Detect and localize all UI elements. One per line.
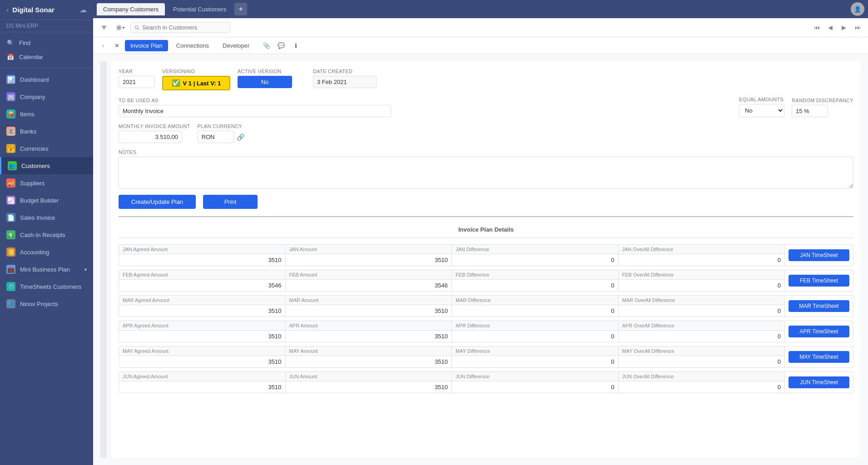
sidebar-item-dashboard[interactable]: 📊 Dashboard (0, 71, 93, 88)
year-label: Year (119, 69, 155, 74)
jan-timesheet-button[interactable]: JAN TimeSheet (789, 249, 849, 261)
settings-icon[interactable]: ▾ (114, 21, 127, 34)
version-badge[interactable]: ✅ V 1 | Last V: 1 (162, 76, 230, 90)
sidebar-nav: 📊 Dashboard 🏢 Company 📦 Items 🏦 Banks 💰 … (0, 68, 93, 465)
jun-diff-value: 0 (452, 381, 618, 393)
feb-row: FEB Agreed Amount 3546 FEB Amount 3546 F… (119, 270, 853, 292)
currency-link-icon[interactable]: 🔗 (237, 134, 244, 141)
print-button[interactable]: Print (203, 195, 258, 209)
find-icon: 🔍 (6, 40, 15, 46)
feb-diff-cell: FEB Difference 0 (452, 270, 619, 291)
search-icon (134, 25, 139, 30)
jun-agreed-value: 3510 (119, 381, 285, 393)
versioning-group: Versioning ✅ V 1 | Last V: 1 (162, 69, 230, 90)
feb-timesheet-button[interactable]: FEB TimeSheet (789, 275, 849, 287)
info-icon[interactable]: ℹ (289, 39, 302, 52)
may-timesheet-button[interactable]: MAY TimeSheet (789, 351, 849, 363)
sidebar-item-cashin[interactable]: 💵 Cash-In Receipts (0, 226, 93, 243)
sidebar-item-timesheets[interactable]: ⏱ TimeSheets Customers (0, 278, 93, 295)
minibiz-chevron-icon: ▾ (84, 267, 87, 272)
mar-timesheet-button[interactable]: MAR TimeSheet (789, 300, 849, 312)
left-sidebar-handle[interactable] (100, 61, 107, 458)
nav-last-icon[interactable]: ⏭ (852, 22, 863, 34)
monthly-amount-input[interactable] (119, 131, 182, 143)
tab-invoice-plan[interactable]: Invoice Plan (125, 40, 168, 51)
sidebar-item-budget[interactable]: 📈 Budget Builder (0, 192, 93, 209)
search-input[interactable] (142, 24, 226, 31)
apr-overall-value: 0 (619, 331, 785, 342)
apr-agreed-cell: APR Agreed Amount 3510 (119, 321, 286, 342)
sidebar-item-customers-label: Customers (21, 163, 50, 169)
apr-diff-label: APR Difference (452, 321, 618, 331)
sidebar-erp-label: DS Mini ERP (0, 20, 93, 32)
may-agreed-cell: MAY Agreed Amount 3510 (119, 346, 286, 367)
nav-first-icon[interactable]: ⏮ (811, 22, 823, 34)
sidebar-item-items[interactable]: 📦 Items (0, 105, 93, 123)
plan-currency-input[interactable] (198, 131, 234, 143)
ninox-icon: 🔷 (6, 299, 15, 308)
nav-next-icon[interactable]: ▶ (838, 22, 850, 34)
sidebar-item-banks-label: Banks (20, 128, 36, 135)
settings-dropdown-icon: ▾ (123, 25, 125, 30)
sidebar-item-ninox[interactable]: 🔷 Ninox Projects (0, 295, 93, 312)
tab-potential-customers[interactable]: Potential Customers (167, 3, 233, 15)
may-amount-cell: MAY Amount 3510 (286, 346, 452, 367)
comment-icon[interactable]: 💬 (275, 39, 288, 52)
salesinv-icon: 📄 (6, 213, 15, 222)
nav-prev-icon[interactable]: ◀ (824, 22, 836, 34)
equal-amounts-select[interactable]: No Yes (739, 104, 784, 117)
sidebar-item-find[interactable]: 🔍 Find (0, 36, 93, 50)
tabs-bar-right: 👤 (851, 2, 864, 16)
sidebar-item-customers[interactable]: 👥 Customers (0, 157, 93, 174)
close-panel-button[interactable]: ✕ (111, 40, 122, 51)
back-arrow-icon[interactable]: ‹ (6, 6, 9, 14)
sidebar-item-banks[interactable]: 🏦 Banks (0, 123, 93, 140)
may-overall-cell: MAY OverAll Difference 0 (619, 346, 785, 367)
may-timesheet-cell: MAY TimeSheet (785, 346, 853, 367)
active-version-button[interactable]: No (238, 76, 292, 88)
sidebar-item-minibiz[interactable]: 💼 Mini Business Plan ▾ (0, 261, 93, 278)
date-created-group: Date Created (313, 69, 377, 88)
svg-point-3 (118, 26, 120, 29)
feb-overall-value: 0 (619, 280, 785, 291)
mar-amount-cell: MAR Amount 3510 (286, 296, 452, 317)
tab-connections[interactable]: Connections (171, 40, 214, 51)
currencies-icon: 💰 (6, 144, 15, 153)
apr-timesheet-button[interactable]: APR TimeSheet (789, 326, 849, 337)
months-container: JAN Agreed Amount 3510 JAN Amount 3510 J… (119, 244, 853, 393)
random-discrepancy-input[interactable] (792, 105, 828, 117)
equal-amounts-label: Equal Amounts (739, 97, 784, 102)
year-input[interactable] (119, 76, 155, 88)
apr-agreed-value: 3510 (119, 331, 285, 342)
create-update-plan-button[interactable]: Create/Update Plan (119, 195, 196, 209)
sidebar-header: ‹ Digital Sonar ☁ (0, 0, 93, 20)
cashin-icon: 💵 (6, 230, 15, 239)
tab-developer[interactable]: Developer (217, 40, 255, 51)
to-be-used-input[interactable] (119, 105, 391, 117)
sidebar-item-company[interactable]: 🏢 Company (0, 88, 93, 105)
jun-timesheet-button[interactable]: JUN TimeSheet (789, 376, 849, 388)
mar-overall-cell: MAR OverAll Difference 0 (619, 296, 785, 317)
filter-icon[interactable] (98, 21, 110, 34)
attach-icon[interactable]: 📎 (260, 39, 273, 52)
mar-row: MAR Agreed Amount 3510 MAR Amount 3510 M… (119, 295, 853, 317)
jun-amount-cell: JUN Amount 3510 (286, 372, 452, 393)
may-agreed-label: MAY Agreed Amount (119, 346, 285, 356)
may-amount-value: 3510 (286, 356, 452, 367)
expand-panel-icon[interactable]: › (98, 40, 109, 51)
jun-timesheet-cell: JUN TimeSheet (785, 372, 853, 393)
sidebar-item-calendar-label: Calendar (19, 54, 43, 60)
sidebar-item-salesinv[interactable]: 📄 Sales Invoice (0, 209, 93, 226)
versioning-label: Versioning (162, 69, 230, 74)
may-agreed-value: 3510 (119, 356, 285, 367)
add-tab-button[interactable]: + (234, 3, 247, 15)
mar-amount-label: MAR Amount (286, 296, 452, 305)
tab-company-customers[interactable]: Company Customers (97, 3, 165, 15)
sidebar-item-company-label: Company (20, 94, 45, 100)
sidebar-item-calendar[interactable]: 📅 Calendar (0, 50, 93, 64)
sidebar-item-currencies[interactable]: 💰 Currencies (0, 140, 93, 157)
sidebar-item-suppliers[interactable]: 🚚 Suppliers (0, 174, 93, 192)
sidebar-item-accounting[interactable]: 📒 Accounting (0, 243, 93, 261)
may-row: MAY Agreed Amount 3510 MAY Amount 3510 M… (119, 346, 853, 368)
notes-textarea[interactable] (119, 157, 853, 188)
